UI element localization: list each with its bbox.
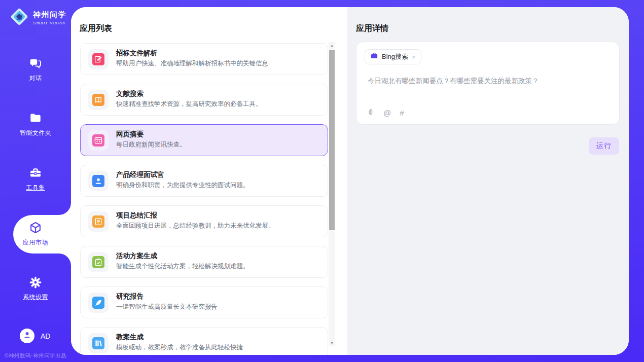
app-detail-panel: 应用详情 Bing搜索 × 今日湖北有哪些新闻要点？有哪些需要关注的最新政策？ … — [347, 7, 629, 355]
app-list-item[interactable]: 项目总结汇报 全面回顾项目进展，总结经验教训，助力未来优化发展。 — [80, 205, 328, 237]
scrollbar-thumb[interactable] — [329, 50, 335, 230]
diamond-logo-icon — [9, 7, 29, 29]
chat-icon — [0, 57, 71, 70]
clipboard-check-icon — [92, 256, 104, 268]
prompt-input[interactable]: 今日湖北有哪些新闻要点？有哪些需要关注的最新政策？ — [368, 77, 609, 86]
pen-doc-icon — [92, 53, 104, 65]
app-list-item[interactable]: 招标文件解析 帮助用户快速、准确地理解和解析招标书中的关键信息 — [80, 43, 328, 75]
user-account[interactable]: AD — [20, 329, 50, 343]
quill-icon — [92, 297, 104, 309]
interviewer-icon — [92, 175, 104, 187]
input-toolbar: @ # — [367, 108, 404, 118]
sidebar-item-app-market[interactable]: 应用市场 — [0, 221, 71, 247]
copyright-footer: ©神州数码·神州问学出品 — [0, 352, 71, 359]
note-lines-icon — [92, 215, 104, 228]
book-icon — [92, 94, 104, 106]
scroll-down-icon[interactable]: ▼ — [329, 340, 335, 346]
scroll-up-icon[interactable]: ▲ — [329, 42, 335, 49]
app-list-item[interactable]: 活动方案生成 智能生成个性化活动方案，轻松解决规划难题。 — [80, 246, 328, 278]
active-nav-fillet-top — [59, 203, 71, 215]
sidebar-item-chat[interactable]: 对话 — [0, 57, 71, 83]
active-nav-fillet-bottom — [59, 254, 71, 266]
sidebar-item-folders[interactable]: 智能文件夹 — [0, 112, 71, 137]
list-scrollbar[interactable]: ▲ ▼ — [329, 42, 335, 346]
mention-icon[interactable]: @ — [383, 108, 391, 117]
app-list-title: 应用列表 — [80, 23, 112, 34]
sidebar-item-toolset[interactable]: 工具集 — [0, 166, 71, 192]
brand-title: 神州问学 — [33, 10, 66, 20]
sidebar-item-settings[interactable]: 系统设置 — [0, 276, 71, 302]
briefcase-icon — [370, 52, 378, 62]
app-list-item[interactable]: 文献搜索 快速精准查找学术资源，提高研究效率的必备工具。 — [80, 84, 328, 116]
tool-chip-label: Bing搜索 — [382, 52, 408, 61]
app-list-item[interactable]: 产品经理面试官 明确身份和职责，为您提供专业性的面试问题。 — [80, 165, 328, 197]
books-icon — [92, 337, 104, 349]
content-container: 应用列表 招标文件解析 帮助用户快速、准确地理解和解析招标书中的关键信息 文献搜… — [71, 7, 629, 355]
avatar — [20, 329, 34, 343]
paperclip-icon[interactable] — [367, 108, 375, 118]
prompt-card[interactable]: Bing搜索 × 今日湖北有哪些新闻要点？有哪些需要关注的最新政策？ @ # — [356, 42, 620, 125]
app-list-item[interactable]: 教案生成 模板驱动，教案秒成，教学准备从此轻松快捷 — [80, 327, 328, 355]
tool-chip-bing-search[interactable]: Bing搜索 × — [365, 49, 421, 64]
run-button[interactable]: 运行 — [589, 137, 619, 155]
cube-icon — [0, 221, 71, 235]
app-detail-title: 应用详情 — [356, 23, 388, 34]
avatar-person-icon — [22, 330, 32, 342]
app-list-panel: 应用列表 招标文件解析 帮助用户快速、准确地理解和解析招标书中的关键信息 文献搜… — [71, 7, 347, 355]
app-list-item[interactable]: 网页摘要 每日政府新闻资讯快查。 — [80, 124, 328, 156]
browser-code-icon — [92, 134, 104, 147]
chip-close-icon[interactable]: × — [412, 54, 416, 60]
app-list: 招标文件解析 帮助用户快速、准确地理解和解析招标书中的关键信息 文献搜索 快速精… — [80, 43, 328, 355]
toolbox-icon — [0, 166, 71, 180]
folder-icon — [0, 112, 71, 125]
hash-icon[interactable]: # — [400, 108, 404, 117]
sidebar: 神州问学 Smart Vision 对话 智能文件夹 工具集 — [0, 0, 71, 362]
brand-logo: 神州问学 Smart Vision — [9, 7, 66, 29]
app-window: 神州问学 Smart Vision 对话 智能文件夹 工具集 — [0, 0, 644, 362]
app-list-item[interactable]: 研究报告 一键智能生成高质量长文本研究报告 — [80, 286, 328, 318]
brand-subtitle: Smart Vision — [33, 21, 66, 25]
user-name: AD — [41, 332, 50, 340]
gear-icon — [0, 276, 71, 289]
